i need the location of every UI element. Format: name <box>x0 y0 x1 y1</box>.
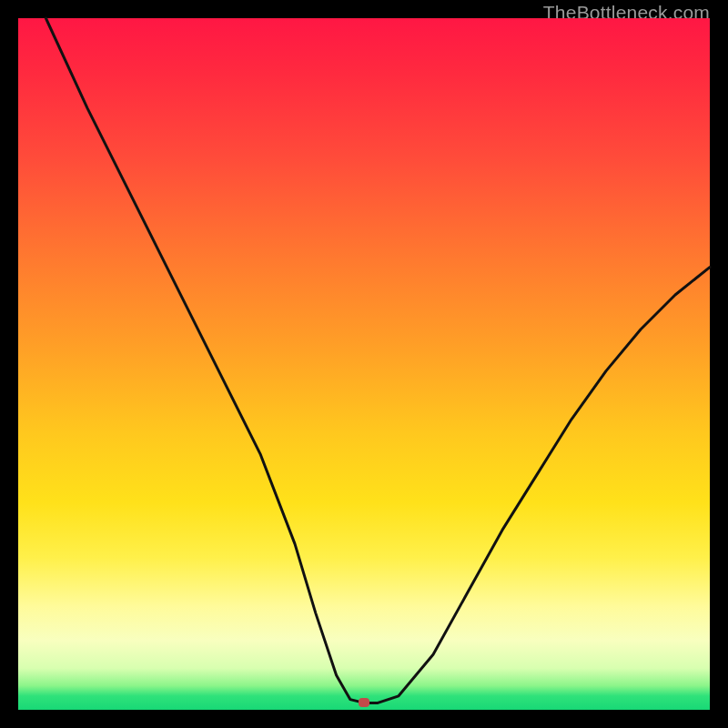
chart-frame: TheBottleneck.com <box>0 0 728 728</box>
bottleneck-curve <box>46 18 710 703</box>
current-point-marker <box>359 698 369 707</box>
plot-area <box>18 18 710 710</box>
curve-svg <box>18 18 710 710</box>
